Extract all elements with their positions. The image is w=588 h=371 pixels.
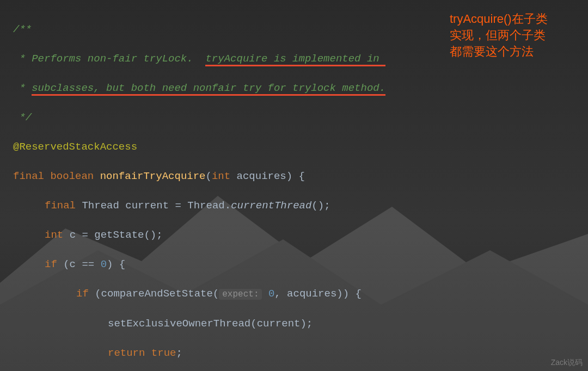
annotation-line: 都需要这个方法	[450, 44, 581, 60]
code-line: int c = getState();	[0, 228, 588, 243]
code-line: return true;	[0, 346, 588, 361]
chinese-annotation: tryAcquire()在子类 实现，但两个子类 都需要这个方法	[450, 11, 581, 60]
code-line: final Thread current = Thread.currentThr…	[0, 199, 588, 213]
annotation-line: tryAcquire()在子类	[450, 11, 581, 27]
annotation-reservedstackaccess: @ReservedStackAccess	[13, 141, 137, 153]
code-line: if (compareAndSetState(expect: 0, acquir…	[0, 287, 588, 302]
javadoc-underline: subclasses, but both need nonfair try fo…	[32, 82, 385, 96]
javadoc-line: * Performs non-fair tryLock. tryAcquire …	[13, 53, 385, 66]
code-line: setExclusiveOwnerThread(current);	[0, 317, 588, 331]
parameter-hint: expect:	[219, 289, 262, 300]
javadoc-line: */	[13, 112, 32, 123]
javadoc-line: * subclasses, but both need nonfair try …	[13, 82, 385, 96]
javadoc-line: /**	[13, 23, 32, 35]
annotation-line: 实现，但两个子类	[450, 27, 581, 44]
method-signature: final boolean nonfairTryAcquire(int acqu…	[0, 169, 588, 184]
javadoc-underline: tryAcquire is implemented in	[205, 53, 385, 66]
code-line: if (c == 0) {	[0, 257, 588, 272]
watermark: Zack说码	[551, 358, 583, 368]
